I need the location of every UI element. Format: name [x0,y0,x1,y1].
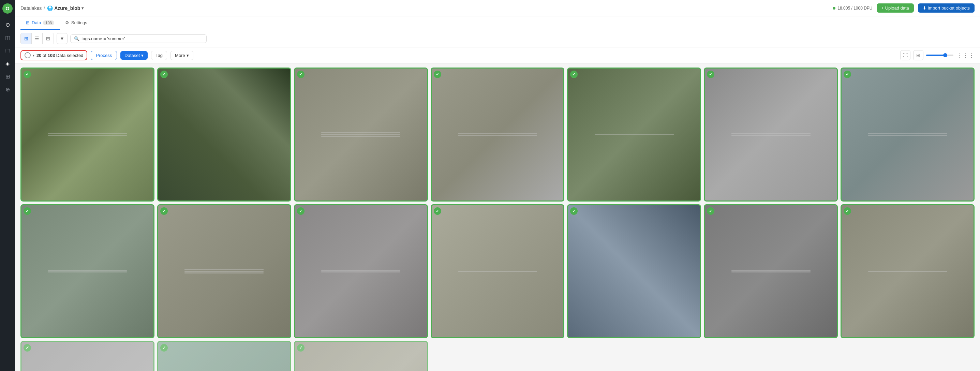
tab-settings[interactable]: ⚙ Settings [60,16,93,30]
image-card[interactable]: ✓ [157,341,291,371]
image-thumbnail [295,205,427,337]
breadcrumb: Datalakes / 🌐 Azure_blob ▾ [21,5,84,11]
image-card[interactable]: ✓ [567,67,701,202]
image-thumbnail [21,342,153,371]
selected-check: ✓ [160,207,168,215]
selected-check: ✓ [434,71,441,78]
selected-check: ✓ [297,344,304,352]
image-card[interactable]: ✓ [294,341,428,371]
image-thumbnail [568,205,700,337]
settings-gear-icon: ⚙ [65,20,69,25]
image-card[interactable]: ✓ [567,204,701,338]
image-thumbnail [21,68,153,201]
image-card[interactable]: ✓ [157,204,291,338]
header-right: 18.005 / 1000 DPU + Upload data ⬇ Import… [833,3,975,13]
image-card[interactable]: ✓ [704,204,838,338]
dataset-dropdown-arrow: ▾ [141,53,143,58]
image-thumbnail [158,68,290,201]
sidebar-icon-map[interactable]: ◈ [2,58,13,69]
import-bucket-button[interactable]: ⬇ Import bucket objects [918,3,975,13]
dpu-status-dot [833,7,835,10]
sidebar-icon-chart[interactable]: ⬚ [2,45,13,56]
size-slider-thumb[interactable] [943,53,947,57]
breadcrumb-separator: / [44,5,45,11]
dpu-info: 18.005 / 1000 DPU [833,6,872,11]
selected-count-text: 20 of 103 Data selected [37,53,83,58]
sidebar-icon-stack[interactable]: ⊞ [2,71,13,82]
grid-dots-btn[interactable]: ⋮⋮⋮ [956,51,975,59]
image-grid: ✓ ✓ ✓ ✓ ✓ [21,67,975,371]
image-thumbnail [842,68,974,201]
image-card[interactable]: ✓ [840,67,975,202]
select-all-checkbox[interactable] [25,52,31,58]
image-thumbnail [295,68,427,201]
image-card[interactable]: ✓ [294,67,428,202]
data-selected-text: Data selected [55,53,83,58]
selected-check: ✓ [297,207,304,215]
app-logo[interactable]: O [2,3,13,14]
search-input[interactable] [81,36,203,41]
image-thumbnail [432,205,564,337]
tab-data-icon: ⊞ [26,20,30,25]
selected-count: 20 [37,53,41,58]
tab-data-badge: 103 [43,21,54,25]
more-button[interactable]: More ▾ [170,51,193,60]
tab-bar: ⊞ Data 103 ⚙ Settings [15,16,980,30]
selected-check: ✓ [160,344,168,352]
image-card[interactable]: ✓ [294,204,428,338]
selected-check: ✓ [297,71,304,78]
selected-check: ✓ [24,344,31,352]
main-content: Datalakes / 🌐 Azure_blob ▾ 18.005 / 1000… [15,0,980,371]
tab-data[interactable]: ⊞ Data 103 [21,16,60,30]
view-grid-btn[interactable]: ⊞ [21,33,32,44]
tab-settings-label: Settings [71,20,87,25]
image-thumbnail [158,205,290,337]
selected-check: ✓ [434,207,441,215]
dataset-button[interactable]: Dataset ▾ [120,51,148,60]
image-card[interactable]: ✓ [431,67,565,202]
view-list-btn[interactable]: ☰ [32,33,43,44]
fullscreen-btn[interactable]: ⛶ [900,50,910,61]
more-dropdown-arrow: ▾ [186,53,189,58]
image-thumbnail [21,205,153,337]
size-slider[interactable] [926,54,953,56]
process-button[interactable]: Process [91,51,117,60]
breadcrumb-current: 🌐 Azure_blob ▾ [47,5,84,11]
sidebar-icon-plugin[interactable]: ⊕ [2,84,13,95]
image-thumbnail [432,68,564,201]
sidebar: O ⊙ ◫ ⬚ ◈ ⊞ ⊕ [0,0,15,371]
action-bar-right: ⛶ ⊞ ⋮⋮⋮ [900,50,975,61]
breadcrumb-dropdown-arrow[interactable]: ▾ [81,6,84,11]
action-bar: ▾ 20 of 103 Data selected Process Datase… [15,48,980,64]
filter-button[interactable]: ▼ [57,33,67,44]
selected-check: ✓ [843,71,851,78]
azure-blob-name[interactable]: Azure_blob [54,5,80,11]
view-toggle-group: ⊞ ☰ ⊟ [21,33,54,44]
image-card[interactable]: ✓ [431,204,565,338]
image-card[interactable]: ✓ [840,204,975,338]
image-card[interactable]: ✓ [21,67,154,202]
selection-dropdown-arrow[interactable]: ▾ [33,54,35,57]
azure-blob-icon: 🌐 [47,5,53,11]
grid-view-btn[interactable]: ⊞ [913,50,923,61]
view-gallery-btn[interactable]: ⊟ [43,33,54,44]
image-card[interactable]: ✓ [157,67,291,202]
size-slider-fill [926,54,945,56]
sidebar-icon-home[interactable]: ⊙ [2,19,13,30]
image-card[interactable]: ✓ [704,67,838,202]
image-thumbnail [158,342,290,371]
image-thumbnail [295,342,427,371]
image-card[interactable]: ✓ [21,341,154,371]
tag-button[interactable]: Tag [151,51,167,60]
image-card[interactable]: ✓ [21,204,154,338]
image-grid-container: ✓ ✓ ✓ ✓ ✓ [15,64,980,371]
breadcrumb-datalakes[interactable]: Datalakes [21,5,41,11]
upload-data-button[interactable]: + Upload data [877,3,914,13]
sidebar-icon-layers[interactable]: ◫ [2,32,13,43]
of-text: of [41,53,48,58]
dataset-label: Dataset [124,53,140,58]
more-label: More [175,53,185,58]
search-icon: 🔍 [74,36,80,41]
image-thumbnail [705,205,837,337]
dpu-label: 18.005 / 1000 DPU [837,6,872,11]
